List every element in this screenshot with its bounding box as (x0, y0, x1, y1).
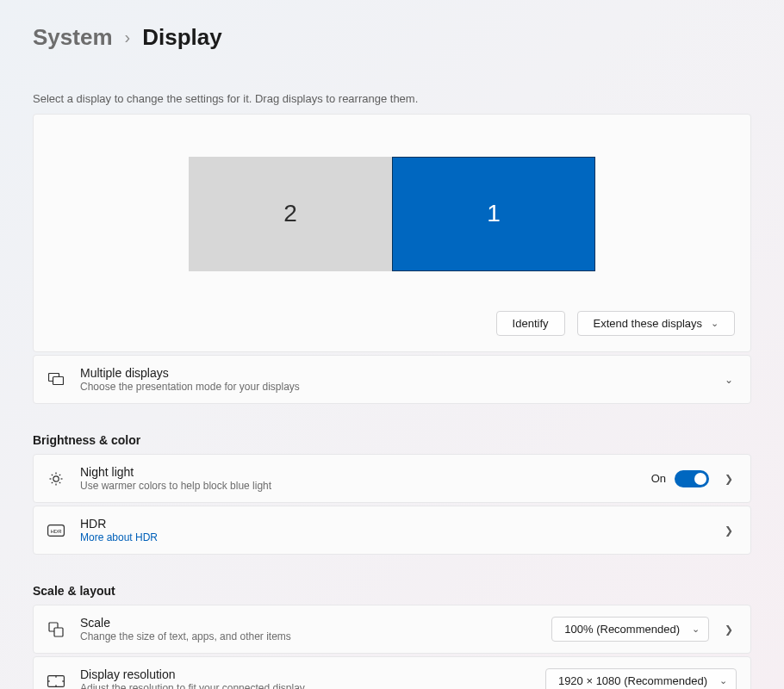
night-light-text: Night light Use warmer colors to help bl… (80, 465, 651, 492)
multiple-displays-icon (47, 373, 65, 387)
night-light-icon (47, 471, 65, 487)
hdr-icon: HDR (47, 525, 65, 537)
brightness-color-heading: Brightness & color (33, 433, 751, 447)
arrangement-actions: Identify Extend these displays ⌄ (46, 311, 738, 336)
svg-line-9 (52, 481, 53, 482)
chevron-down-icon: ⌄ (692, 624, 700, 635)
multiple-displays-subtitle: Choose the presentation mode for your di… (80, 381, 721, 393)
display-mode-dropdown[interactable]: Extend these displays ⌄ (577, 311, 735, 336)
resolution-row[interactable]: Display resolution Adjust the resolution… (33, 656, 751, 689)
night-light-toggle-group: On (651, 470, 709, 487)
night-light-subtitle: Use warmer colors to help block blue lig… (80, 480, 651, 492)
svg-text:HDR: HDR (51, 528, 63, 533)
breadcrumb-separator-icon: › (125, 28, 131, 47)
breadcrumb: System › Display (33, 24, 751, 51)
multiple-displays-row[interactable]: Multiple displays Choose the presentatio… (33, 355, 751, 404)
chevron-right-icon[interactable]: ❯ (721, 521, 737, 540)
night-light-state-label: On (651, 472, 666, 485)
scale-text: Scale Change the size of text, apps, and… (80, 616, 551, 642)
monitor-2[interactable]: 2 (189, 157, 392, 271)
breadcrumb-parent[interactable]: System (33, 24, 113, 51)
hdr-row[interactable]: HDR HDR More about HDR ❯ (33, 506, 751, 555)
identify-button[interactable]: Identify (496, 311, 565, 336)
night-light-row[interactable]: Night light Use warmer colors to help bl… (33, 454, 751, 503)
hdr-title: HDR (80, 517, 709, 531)
chevron-right-icon[interactable]: ❯ (721, 620, 737, 639)
hdr-text: HDR More about HDR (80, 517, 709, 543)
resolution-value: 1920 × 1080 (Recommended) (558, 674, 707, 687)
resolution-title: Display resolution (80, 667, 545, 681)
svg-line-7 (52, 474, 53, 475)
svg-line-10 (59, 474, 60, 475)
scale-title: Scale (80, 616, 551, 630)
instruction-text: Select a display to change the settings … (33, 92, 751, 105)
chevron-right-icon[interactable]: ❯ (721, 469, 737, 488)
scale-row[interactable]: Scale Change the size of text, apps, and… (33, 605, 751, 654)
display-mode-value: Extend these displays (594, 317, 702, 330)
chevron-down-icon: ⌄ (719, 675, 727, 686)
resolution-dropdown[interactable]: 1920 × 1080 (Recommended) ⌄ (545, 668, 737, 689)
scale-icon (47, 622, 65, 637)
svg-line-8 (59, 481, 60, 482)
night-light-toggle[interactable] (675, 470, 709, 487)
scale-value: 100% (Recommended) (564, 623, 680, 636)
chevron-down-icon[interactable]: ⌄ (721, 370, 737, 389)
svg-point-2 (53, 475, 59, 481)
page-title: Display (142, 24, 222, 51)
display-arrangement-card: 2 1 Identify Extend these displays ⌄ (33, 114, 751, 352)
resolution-subtitle: Adjust the resolution to fit your connec… (80, 682, 545, 689)
multiple-displays-text: Multiple displays Choose the presentatio… (80, 366, 721, 393)
scale-dropdown[interactable]: 100% (Recommended) ⌄ (551, 617, 709, 642)
resolution-text: Display resolution Adjust the resolution… (80, 667, 545, 689)
resolution-icon (47, 675, 65, 687)
monitor-1[interactable]: 1 (392, 157, 595, 271)
svg-rect-1 (53, 376, 64, 384)
chevron-down-icon: ⌄ (711, 318, 719, 329)
night-light-title: Night light (80, 465, 651, 479)
scale-subtitle: Change the size of text, apps, and other… (80, 630, 551, 642)
monitor-arrangement-area[interactable]: 2 1 (46, 140, 738, 287)
svg-rect-14 (54, 628, 63, 636)
identify-button-label: Identify (513, 317, 549, 330)
scale-layout-heading: Scale & layout (33, 584, 751, 598)
multiple-displays-title: Multiple displays (80, 366, 721, 380)
hdr-more-link[interactable]: More about HDR (80, 531, 709, 543)
